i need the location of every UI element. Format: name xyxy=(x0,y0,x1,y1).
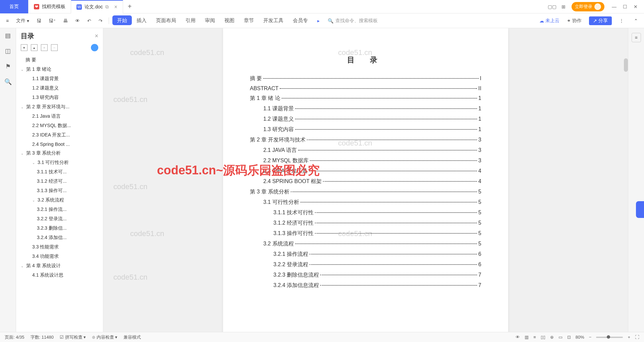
remove-icon[interactable]: − xyxy=(51,44,58,51)
outline-close-icon[interactable]: × xyxy=(95,33,98,40)
tab-add[interactable]: + xyxy=(123,3,137,10)
share-button[interactable]: ↗ 分享 xyxy=(589,16,612,25)
ribbon-tab-1[interactable]: 插入 xyxy=(132,15,151,25)
toc-row[interactable]: 3.2.3 删除信息流程7 xyxy=(250,272,481,279)
toc-row[interactable]: 3.2.2 登录流程6 xyxy=(250,261,481,268)
outline-item[interactable]: 2.4 Spring Boot ... xyxy=(16,140,103,149)
tab-home[interactable]: 首页 xyxy=(0,0,29,13)
layout-icon[interactable]: ▢▢ xyxy=(549,3,555,10)
toc-row[interactable]: 2.1 JAVA 语言3 xyxy=(250,147,481,154)
toc-row[interactable]: 1.1 课题背景1 xyxy=(250,105,481,112)
view4-icon[interactable]: ⊕ xyxy=(550,335,554,340)
toc-row[interactable]: 3.1.3 操作可行性5 xyxy=(250,230,481,237)
outline-item[interactable]: 3.2.4 添加信... xyxy=(16,233,103,242)
collapse-icon[interactable]: ⌃ xyxy=(631,17,641,25)
outline-item[interactable]: ⌄第 2 章 开发环境与... xyxy=(16,102,103,112)
save-icon[interactable]: 🖫 xyxy=(34,17,44,25)
close-button[interactable]: ✕ xyxy=(631,2,641,12)
outline-item[interactable]: 3.1.1 技术可... xyxy=(16,167,103,177)
side-tab[interactable] xyxy=(636,201,644,218)
panel-toggle-icon[interactable]: ≡ xyxy=(632,33,641,42)
outline-item[interactable]: ⌄第 4 章 系统设计 xyxy=(16,261,103,271)
outline-item[interactable]: 3.4 功能需求 xyxy=(16,252,103,261)
redo-icon[interactable]: ↷ xyxy=(96,17,105,25)
view2-icon[interactable]: ≡ xyxy=(533,335,536,340)
outline-item[interactable]: 1.1 课题背景 xyxy=(16,74,103,83)
ribbon-tab-3[interactable]: 引用 xyxy=(181,15,200,25)
outline-item[interactable]: 4.1 系统设计思 xyxy=(16,271,103,280)
outline-item[interactable]: 2.1 Java 语言 xyxy=(16,112,103,121)
toc-row[interactable]: 3.2.4 添加信息流程7 xyxy=(250,282,481,289)
toc-row[interactable]: 1.2 课题意义1 xyxy=(250,116,481,123)
outline-item[interactable]: 摘 要 xyxy=(16,55,103,65)
spellcheck-button[interactable]: ☑ 拼写检查 ▾ xyxy=(60,334,86,340)
content-check-button[interactable]: ⊙ 内容检查 ▾ xyxy=(92,334,117,340)
outline-item[interactable]: 3.2.3 删除信... xyxy=(16,224,103,233)
search-icon[interactable]: 🔍 xyxy=(4,78,12,86)
preview-icon[interactable]: 👁 xyxy=(72,17,83,25)
chevron-down-icon[interactable]: ⌄ xyxy=(21,105,25,109)
zoom-fit-icon[interactable]: ⊡ xyxy=(567,335,571,340)
toc-row[interactable]: 2.3 IDEA 开发工具4 xyxy=(250,168,481,175)
zoom-out-icon[interactable]: − xyxy=(589,335,592,340)
toc-row[interactable]: 3.2 系统流程5 xyxy=(250,240,481,247)
chevron-down-icon[interactable]: ⌄ xyxy=(32,161,36,165)
outline-list[interactable]: 摘 要⌄第 1 章 绪论1.1 课题背景1.2 课题意义1.3 研究内容⌄第 2… xyxy=(16,54,103,332)
outline-item[interactable]: 3.2.1 操作流... xyxy=(16,205,103,214)
toc-row[interactable]: 第 2 章 开发环境与技术3 xyxy=(250,136,481,144)
outline-item[interactable]: 3.1.3 操作可... xyxy=(16,186,103,195)
duplicate-icon[interactable]: ⧉ xyxy=(105,4,109,10)
outline-item[interactable]: ⌄3.2 系统流程 xyxy=(16,195,103,205)
toc-row[interactable]: 1.3 研究内容1 xyxy=(250,126,481,133)
outline-item[interactable]: 2.3 IDEA 开发工... xyxy=(16,130,103,140)
close-icon[interactable]: × xyxy=(114,4,117,10)
view5-icon[interactable]: ▭ xyxy=(558,335,562,340)
outline-item[interactable]: 1.2 课题意义 xyxy=(16,83,103,93)
search-input[interactable]: 🔍 查找命令、搜索模板 xyxy=(328,18,378,24)
toc-row[interactable]: 3.1.1 技术可行性5 xyxy=(250,209,481,216)
ribbon-more[interactable]: ▸ xyxy=(315,17,322,25)
menu-icon[interactable]: ≡ xyxy=(3,17,11,25)
tab-template[interactable]: ❤找稻壳模板 xyxy=(29,0,71,13)
zoom-level[interactable]: 80% xyxy=(576,335,584,340)
view1-icon[interactable]: ▥ xyxy=(525,335,529,340)
toc-row[interactable]: 第 1 章 绪 论1 xyxy=(250,95,481,102)
ribbon-tab-8[interactable]: 会员专 xyxy=(288,15,313,25)
chevron-down-icon[interactable]: ⌄ xyxy=(21,264,25,268)
coop-button[interactable]: ⚭ 协作 xyxy=(564,16,584,25)
undo-icon[interactable]: ↶ xyxy=(85,17,94,25)
add-icon[interactable]: + xyxy=(41,44,48,51)
chevron-down-icon[interactable]: ⌄ xyxy=(32,198,36,202)
tab-document[interactable]: W论文.doc⧉× xyxy=(71,0,123,13)
scrollbar-handle[interactable] xyxy=(624,58,628,72)
toc-row[interactable]: 第 3 章 系统分析5 xyxy=(250,188,481,195)
file-menu[interactable]: 文件 ▾ xyxy=(13,16,32,25)
apps-icon[interactable]: ⊞ xyxy=(560,3,567,10)
minimize-button[interactable]: — xyxy=(609,2,619,12)
toc-row[interactable]: 3.1 可行性分析5 xyxy=(250,199,481,206)
chevron-down-icon[interactable]: ⌄ xyxy=(21,152,25,155)
login-button[interactable]: 立即登录 xyxy=(572,2,604,11)
eye-icon[interactable]: 👁 xyxy=(516,335,520,340)
outline-item[interactable]: ⌄第 3 章 系统分析 xyxy=(16,149,103,158)
ribbon-tab-6[interactable]: 章节 xyxy=(239,15,259,25)
expand-all-icon[interactable]: ▴ xyxy=(31,44,38,51)
toc-row[interactable]: 2.2 MYSQL 数据库3 xyxy=(250,157,481,164)
flag-icon[interactable]: ⚑ xyxy=(4,62,12,70)
outline-item[interactable]: 3.2.2 登录流... xyxy=(16,214,103,224)
ribbon-tab-2[interactable]: 页面布局 xyxy=(151,15,181,25)
toc-row[interactable]: 2.4 SPRING BOOT 框架4 xyxy=(250,178,481,185)
cloud-button[interactable]: ☁ 未上云 xyxy=(539,18,559,24)
outline-icon[interactable]: ▤ xyxy=(4,32,12,40)
document-area[interactable]: 目 录 摘 要IABSTRACTII第 1 章 绪 论11.1 课题背景11.2… xyxy=(103,28,628,332)
maximize-button[interactable]: ☐ xyxy=(620,2,630,12)
bookmark-icon[interactable]: ◫ xyxy=(4,47,12,55)
toc-row[interactable]: 3.1.2 经济可行性5 xyxy=(250,220,481,227)
outline-item[interactable]: ⌄第 1 章 绪论 xyxy=(16,65,103,74)
print-icon[interactable]: 🖶 xyxy=(60,17,70,25)
toc-row[interactable]: ABSTRACTII xyxy=(250,86,481,92)
toc-row[interactable]: 摘 要I xyxy=(250,75,481,82)
outline-item[interactable]: 3.3 性能需求 xyxy=(16,242,103,252)
compat-mode[interactable]: 兼容模式 xyxy=(123,334,141,340)
sync-icon[interactable] xyxy=(91,44,98,51)
